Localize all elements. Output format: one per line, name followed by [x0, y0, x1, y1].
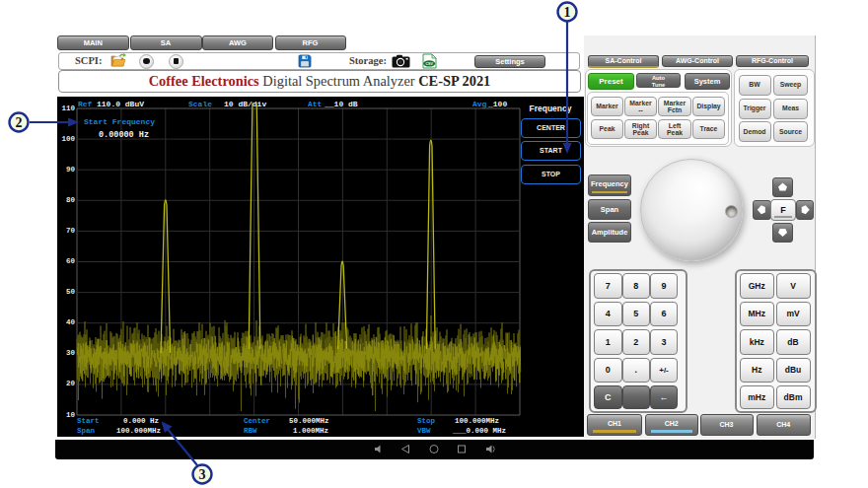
svg-text:3: 3	[199, 467, 206, 482]
svg-text:1: 1	[564, 5, 571, 20]
svg-text:2: 2	[16, 115, 23, 130]
